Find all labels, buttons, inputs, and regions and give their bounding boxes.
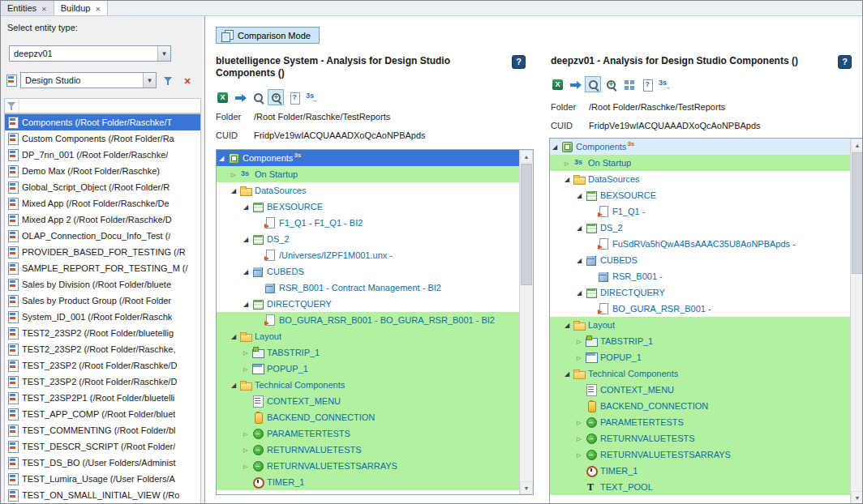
tree-item[interactable]: TABSTRIP_1 [217, 344, 519, 361]
tree-item[interactable]: BO_GURA_RSR_B001 - [550, 301, 850, 317]
tree-item[interactable]: PARAMETERTESTS [550, 414, 850, 430]
tree-item[interactable]: RETURNVALUETESTS [550, 430, 850, 446]
tree-item[interactable]: DIRECTQUERY [550, 284, 850, 301]
transfer-icon[interactable] [232, 89, 248, 105]
zoom-in-icon[interactable] [603, 76, 619, 92]
tree-item[interactable]: RETURNVALUETESTSARRAYS [550, 446, 850, 463]
tab-close-icon[interactable] [41, 3, 47, 13]
tree-item[interactable]: Technical Components [550, 365, 850, 382]
tree-item[interactable]: Layout [550, 317, 850, 333]
transfer-icon[interactable] [567, 76, 583, 92]
expander-icon[interactable] [577, 435, 586, 442]
tree-item[interactable]: CONTEXT_MENU [217, 393, 519, 409]
expander-icon[interactable] [552, 143, 561, 151]
tree-item[interactable]: CUBEDS [550, 252, 850, 268]
expander-icon[interactable] [231, 187, 240, 194]
entity-list-item[interactable]: System_ID_001 (/Root Folder/Raschk [5, 309, 200, 325]
tree-item[interactable]: FuSdRVa5hQwA4BsAAAC35U8AoNPBApds - [550, 236, 850, 252]
tab-close-icon[interactable] [95, 3, 101, 13]
entity-list-item[interactable]: TEST_Lumira_Usage (/User Folders/A [5, 471, 200, 487]
tree-item[interactable]: Layout [217, 328, 519, 344]
entity-type-combobox[interactable]: Design Studio [20, 72, 157, 88]
entity-list-item[interactable]: Mixed App (/Root Folder/Raschke/De [5, 195, 200, 211]
vertical-scrollbar[interactable] [519, 150, 533, 494]
scroll-up-icon[interactable] [851, 139, 862, 152]
entity-filter-input[interactable] [19, 99, 200, 113]
tree-item[interactable]: BACKEND_CONNECTION [550, 398, 850, 414]
vertical-scrollbar[interactable] [850, 139, 862, 503]
refresh-3s-icon[interactable] [656, 76, 672, 92]
tree-item[interactable]: POPUP_1 [550, 349, 850, 365]
zoom-icon[interactable] [250, 89, 266, 105]
grid-icon[interactable] [620, 76, 637, 92]
expander-icon[interactable] [577, 338, 586, 345]
entity-list-item[interactable]: Sales by Division (/Root Folder/bluete [5, 276, 200, 293]
help-doc-icon[interactable] [638, 76, 655, 92]
document-tab[interactable]: Entities [1, 1, 54, 15]
tree-item[interactable]: DataSources [550, 171, 850, 187]
tree-item[interactable]: DIRECTQUERY [217, 296, 519, 312]
expander-icon[interactable] [577, 192, 586, 199]
scroll-up-icon[interactable] [520, 150, 533, 163]
expander-icon[interactable] [565, 370, 573, 378]
entity-list-item[interactable]: PROVIDER_BASED_FOR_TESTING (/R [5, 244, 200, 260]
system-combobox[interactable]: deepzv01 [9, 45, 171, 62]
tree-item[interactable]: BO_GURA_RSR_B001 - BO_GURA_RSR_B001 - BI… [217, 312, 519, 328]
excel-export-icon[interactable] [549, 76, 565, 92]
tree-item[interactable]: On Startup [550, 155, 850, 171]
tree-item[interactable]: CUBEDS [217, 263, 519, 280]
chevron-down-icon[interactable] [157, 46, 170, 61]
tree-item[interactable]: RETURNVALUETESTS [217, 442, 519, 458]
expander-icon[interactable] [565, 176, 573, 183]
scroll-thumb[interactable] [521, 164, 532, 285]
tree-item[interactable]: BEXSOURCE [550, 187, 850, 203]
entity-list-item[interactable]: Custom Components (/Root Folder/Ra [5, 130, 200, 147]
expander-icon[interactable] [243, 203, 252, 211]
tree-item[interactable]: DataSources [217, 182, 519, 199]
refresh-3s-icon[interactable] [303, 89, 320, 105]
expander-icon[interactable] [577, 451, 586, 459]
tree-item[interactable]: TIMER_1 [550, 463, 850, 479]
expander-icon[interactable] [577, 354, 586, 361]
zoom-in-icon[interactable] [268, 89, 284, 105]
comparison-mode-button[interactable]: Comparison Mode [216, 27, 320, 44]
tree-item[interactable]: RSR_B001 - Contract Management - BI2 [217, 280, 519, 296]
entity-list-item[interactable]: TEST2_23SP2 (/Root Folder/bluetellig [5, 325, 200, 341]
expander-icon[interactable] [243, 301, 252, 308]
scroll-down-icon[interactable] [851, 491, 862, 503]
help-button[interactable]: ? [512, 55, 526, 69]
entity-list-item[interactable]: Mixed App 2 (/Root Folder/Raschke/D [5, 211, 200, 228]
tree-item[interactable]: DS_2 [217, 231, 519, 247]
tree-item[interactable]: On Startup [217, 166, 519, 182]
tree-item[interactable]: BEXSOURCE [217, 199, 519, 215]
expander-icon[interactable] [231, 171, 240, 178]
entity-list-item[interactable]: DP_7nn_001 (/Root Folder/Raschke/ [5, 147, 200, 163]
tree-item[interactable]: CONTEXT_MENU [550, 382, 850, 398]
expander-icon[interactable] [231, 333, 240, 340]
tree-item[interactable]: Components 3s [217, 150, 519, 166]
entity-list-item[interactable]: OLAP_Connection_Docu_Info_Test (/ [5, 228, 200, 244]
filter-edit-button[interactable] [160, 72, 176, 88]
expander-icon[interactable] [243, 430, 252, 438]
entity-list-item[interactable]: TEST_DESCR_SCRIPT (/Root Folder/ [5, 438, 200, 455]
expander-icon[interactable] [577, 419, 586, 426]
entity-list-item[interactable]: TEST_23SP2 (/Root Folder/Raschke/D [5, 374, 200, 390]
entity-list-item[interactable]: Global_Script_Object (/Root Folder/R [5, 179, 200, 195]
expander-icon[interactable] [243, 446, 252, 454]
scroll-down-icon[interactable] [520, 481, 533, 494]
tree-item[interactable]: TIMER_1 [217, 474, 519, 490]
document-tab[interactable]: Buildup [54, 1, 108, 15]
entity-list-item[interactable]: TEST_ON_SMALL_INITIAL_VIEW (/Ro [5, 487, 200, 503]
entity-list-item[interactable]: TEST_DS_BO (/User Folders/Administ [5, 455, 200, 471]
help-doc-icon[interactable] [286, 89, 302, 105]
zoom-icon[interactable] [585, 76, 601, 92]
entity-list-item[interactable]: TEST2_23SP2 (/Root Folder/Raschke, [5, 341, 200, 357]
tree-item[interactable]: PARAMETERTESTS [217, 425, 519, 442]
help-button[interactable]: ? [838, 55, 852, 69]
expander-icon[interactable] [243, 349, 252, 357]
tree-item[interactable]: TABSTRIP_1 [550, 333, 850, 349]
entity-list-item[interactable]: Demo Max (/Root Folder/Raschke) [5, 163, 200, 179]
tree-item[interactable]: RSR_B001 - [550, 268, 850, 284]
entity-list-item[interactable]: Components (/Root Folder/Raschke/T [5, 114, 200, 130]
expander-icon[interactable] [565, 160, 573, 167]
